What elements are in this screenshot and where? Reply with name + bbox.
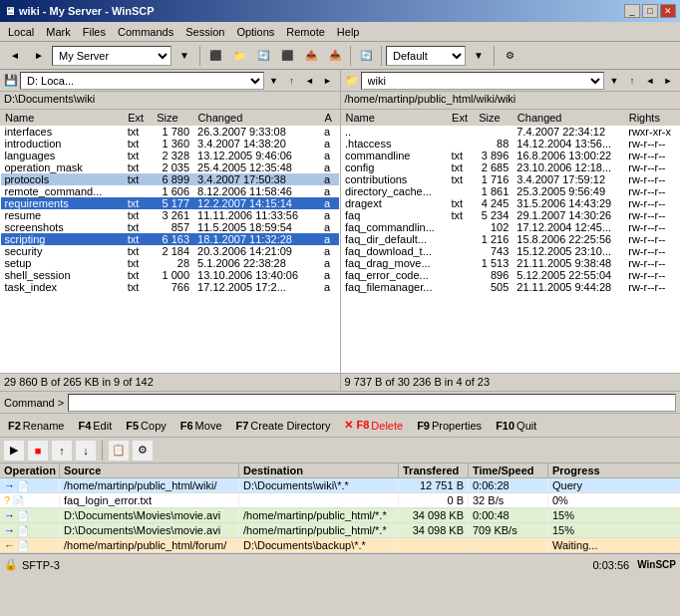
transfer-row[interactable]: → 📄 /home/martinp/public_html/wiki/ D:\D…	[0, 478, 680, 493]
menu-files[interactable]: Files	[77, 24, 112, 40]
left-col-attr[interactable]: A	[320, 111, 339, 126]
cmdline-input[interactable]	[68, 394, 676, 412]
profile-selector[interactable]: Default	[386, 46, 466, 66]
minimize-button[interactable]: _	[624, 4, 640, 18]
right-file-row[interactable]: commandline txt 3 896 16.8.2006 13:00:22…	[341, 150, 680, 161]
menu-commands[interactable]: Commands	[112, 24, 179, 40]
right-file-row[interactable]: .htaccess 88 14.12.2004 13:56... rw-r--r…	[341, 138, 680, 150]
right-addr-combo[interactable]: wiki	[361, 72, 605, 90]
close-button[interactable]: ✕	[660, 4, 676, 18]
server-selector[interactable]: My Server	[52, 46, 171, 66]
fn-rename[interactable]: F2 Rename	[4, 417, 68, 435]
left-file-row[interactable]: protocols txt 6 899 3.4.2007 17:50:38 a	[1, 173, 340, 185]
left-panel-scroll[interactable]: Name Ext Size Changed A interfaces txt 1…	[0, 110, 340, 373]
dropdown-button[interactable]: ▼	[173, 45, 195, 67]
file-size: 2 685	[475, 161, 513, 173]
copy-queue-button[interactable]: 📋	[109, 441, 129, 461]
tb-btn-6[interactable]: 📥	[324, 45, 346, 67]
left-file-row[interactable]: interfaces txt 1 780 26.3.2007 9:33:08 a	[1, 126, 340, 139]
file-rights: rw-r--r--	[624, 197, 679, 209]
left-file-row[interactable]: screenshots txt 857 11.5.2005 18:59:54 a	[1, 221, 340, 233]
tb-btn-3[interactable]: 🔄	[252, 45, 274, 67]
right-back-button[interactable]: ◄	[642, 73, 658, 89]
right-col-size[interactable]: Size	[475, 111, 513, 126]
right-file-row[interactable]: faq_filemanager... 505 21.11.2005 9:44:2…	[341, 281, 680, 293]
left-file-row[interactable]: shell_session txt 1 000 13.10.2006 13:40…	[1, 269, 340, 281]
fn-quit[interactable]: F10 Quit	[492, 417, 540, 435]
play-button[interactable]: ▶	[4, 441, 24, 461]
left-addr-go[interactable]: ▼	[266, 73, 282, 89]
left-back-button[interactable]: ◄	[302, 73, 318, 89]
menu-mark[interactable]: Mark	[40, 24, 76, 40]
file-name: faq_download_t...	[341, 245, 448, 257]
menu-local[interactable]: Local	[2, 24, 40, 40]
left-col-name[interactable]: Name	[1, 111, 124, 126]
right-file-row[interactable]: .. 7.4.2007 22:34:12 rwxr-xr-x	[341, 126, 680, 139]
tb-btn-4[interactable]: ⬛	[276, 45, 298, 67]
left-file-row[interactable]: remote_command... 1 606 8.12.2006 11:58:…	[1, 185, 340, 197]
right-file-row[interactable]: faq_download_t... 743 15.12.2005 23:10..…	[341, 245, 680, 257]
left-up-button[interactable]: ↑	[284, 73, 300, 89]
up-button[interactable]: ↑	[52, 441, 72, 461]
left-col-size[interactable]: Size	[153, 111, 193, 126]
left-file-row[interactable]: resume txt 3 261 11.11.2006 11:33:56 a	[1, 209, 340, 221]
transfer-row[interactable]: → 📄 D:\Documents\Movies\movie.avi /home/…	[0, 508, 680, 523]
left-col-changed[interactable]: Changed	[193, 111, 320, 126]
tb-btn-5[interactable]: 📤	[300, 45, 322, 67]
left-file-row[interactable]: scripting txt 6 163 18.1.2007 11:32:28 a	[1, 233, 340, 245]
fn-mkdir[interactable]: F7 Create Directory	[232, 417, 335, 435]
right-file-row[interactable]: faq txt 5 234 29.1.2007 14:30:26 rw-r--r…	[341, 209, 680, 221]
right-file-row[interactable]: contributions txt 1 716 3.4.2007 17:59:1…	[341, 173, 680, 185]
left-file-row[interactable]: security txt 2 184 20.3.2006 14:21:09 a	[1, 245, 340, 257]
right-addr-go[interactable]: ▼	[606, 73, 622, 89]
right-file-table: Name Ext Size Changed Rights .. 7.4.2007…	[341, 110, 681, 293]
file-ext: txt	[124, 245, 153, 257]
tb-btn-7[interactable]: 🔄	[355, 45, 377, 67]
settings-button[interactable]: ⚙	[499, 45, 520, 67]
left-file-row[interactable]: requirements txt 5 177 12.2.2007 14:15:1…	[1, 197, 340, 209]
fn-copy[interactable]: F5 Copy	[122, 417, 170, 435]
right-col-name[interactable]: Name	[341, 111, 448, 126]
menu-options[interactable]: Options	[230, 24, 280, 40]
menu-session[interactable]: Session	[179, 24, 230, 40]
menu-help[interactable]: Help	[331, 24, 366, 40]
left-file-row[interactable]: task_index txt 766 17.12.2005 17:2... a	[1, 281, 340, 293]
transfer-row[interactable]: ← 📄 /home/martinp/public_html/forum/ D:\…	[0, 538, 680, 553]
left-col-ext[interactable]: Ext	[124, 111, 153, 126]
right-file-row[interactable]: faq_commandlin... 102 17.12.2004 12:45..…	[341, 221, 680, 233]
profile-dropdown[interactable]: ▼	[468, 45, 490, 67]
right-panel-scroll[interactable]: Name Ext Size Changed Rights .. 7.4.2007…	[341, 110, 681, 373]
right-up-button[interactable]: ↑	[624, 73, 640, 89]
right-file-row[interactable]: config txt 2 685 23.10.2006 12:18... rw-…	[341, 161, 680, 173]
right-file-row[interactable]: dragext txt 4 245 31.5.2006 14:43:29 rw-…	[341, 197, 680, 209]
forward-button[interactable]: ►	[28, 45, 50, 67]
left-file-row[interactable]: setup txt 28 5.1.2006 22:38:28 a	[1, 257, 340, 269]
left-file-row[interactable]: operation_mask txt 2 035 25.4.2005 12:35…	[1, 161, 340, 173]
transfer-row[interactable]: ? 📄 faq_login_error.txt 0 B 32 B/s 0%	[0, 493, 680, 508]
left-file-row[interactable]: languages txt 2 328 13.12.2005 9:46:06 a	[1, 150, 340, 161]
fn-edit[interactable]: F4 Edit	[74, 417, 116, 435]
transfer-row[interactable]: → 📄 D:\Documents\Movies\movie.avi /home/…	[0, 523, 680, 538]
right-fwd-button[interactable]: ►	[660, 73, 676, 89]
menu-remote[interactable]: Remote	[280, 24, 331, 40]
fn-delete[interactable]: ✕ F8 Delete	[340, 416, 407, 435]
fn-move[interactable]: F6 Move	[176, 417, 226, 435]
right-file-row[interactable]: faq_drag_move... 1 513 21.11.2005 9:38:4…	[341, 257, 680, 269]
maximize-button[interactable]: □	[642, 4, 658, 18]
down-button[interactable]: ↓	[76, 441, 96, 461]
right-file-row[interactable]: faq_error_code... 896 5.12.2005 22:55:04…	[341, 269, 680, 281]
tb-btn-1[interactable]: ⬛	[204, 45, 226, 67]
right-col-changed[interactable]: Changed	[512, 111, 624, 126]
right-file-row[interactable]: faq_dir_default... 1 216 15.8.2006 22:25…	[341, 233, 680, 245]
fn-props[interactable]: F9 Properties	[413, 417, 486, 435]
back-button[interactable]: ◄	[4, 45, 26, 67]
right-col-ext[interactable]: Ext	[448, 111, 475, 126]
left-file-row[interactable]: introduction txt 1 360 3.4.2007 14:38:20…	[1, 138, 340, 150]
right-col-rights[interactable]: Rights	[624, 111, 679, 126]
right-file-row[interactable]: directory_cache... 1 861 25.3.2005 9:56:…	[341, 185, 680, 197]
stop-button[interactable]: ■	[28, 441, 48, 461]
left-fwd-button[interactable]: ►	[320, 73, 336, 89]
left-addr-combo[interactable]: D: Loca...	[20, 72, 264, 90]
settings-gear-button[interactable]: ⚙	[133, 441, 153, 461]
tb-btn-2[interactable]: 📁	[228, 45, 250, 67]
